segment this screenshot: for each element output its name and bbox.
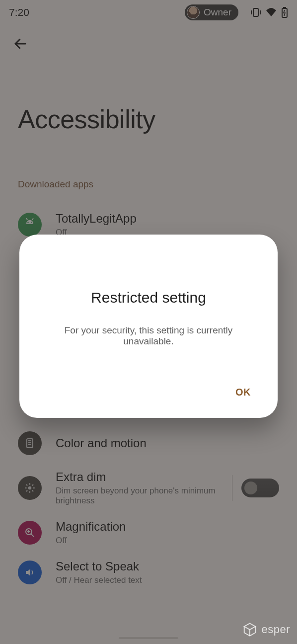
ok-button[interactable]: OK xyxy=(227,382,259,403)
watermark-text: esper xyxy=(261,623,290,636)
dialog-message: For your security, this setting is curre… xyxy=(38,325,259,347)
cube-icon xyxy=(242,622,257,637)
restricted-setting-dialog: Restricted setting For your security, th… xyxy=(19,235,278,418)
esper-watermark: esper xyxy=(242,622,290,637)
dialog-title: Restricted setting xyxy=(38,289,259,306)
